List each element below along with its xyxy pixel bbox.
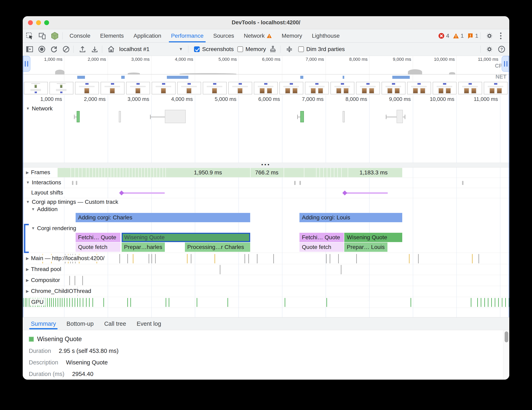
screenshot-thumbnail[interactable]	[254, 82, 278, 94]
tab-console[interactable]: Console	[65, 29, 95, 42]
history-select[interactable]: localhost #1 ▼	[119, 46, 186, 53]
track-label-layout-shifts[interactable]: Layout shifts	[30, 189, 65, 196]
tab-summary[interactable]: Summary	[31, 318, 56, 330]
section-resize-divider[interactable]: •••	[23, 163, 509, 167]
tab-application[interactable]: Application	[129, 29, 166, 42]
interaction-tick[interactable]	[294, 181, 296, 185]
scrollbar-track[interactable]	[503, 330, 509, 380]
track-label-gpu[interactable]: GPU	[30, 298, 45, 306]
reload-record-button[interactable]	[49, 44, 59, 55]
timing-bar[interactable]: Fetchi… Quote	[76, 233, 120, 242]
track-label-threadpool[interactable]: ▶Thread pool	[24, 265, 63, 273]
home-icon[interactable]	[106, 44, 116, 55]
screenshot-thumbnail[interactable]	[305, 82, 329, 94]
settings-gear-icon[interactable]	[484, 31, 495, 41]
console-warnings-badge[interactable]: 1	[453, 33, 464, 39]
timing-bar[interactable]: Processing…r Charles	[185, 243, 250, 252]
scrollbar-thumb[interactable]	[505, 331, 508, 342]
device-toolbar-icon[interactable]	[37, 31, 48, 41]
memory-checkbox[interactable]: Memory	[238, 46, 266, 53]
screenshots-checkbox[interactable]: Screenshots	[194, 46, 234, 53]
tab-lighthouse[interactable]: Lighthouse	[307, 29, 344, 42]
layout-shift-diamond[interactable]	[342, 191, 347, 195]
track-label-childio[interactable]: ▶Chrome_ChildIOThread	[24, 287, 93, 295]
tab-memory[interactable]: Memory	[277, 29, 307, 42]
screenshot-thumbnail[interactable]	[458, 82, 482, 94]
screenshot-thumbnail[interactable]	[381, 82, 406, 94]
screenshot-thumbnail[interactable]	[484, 82, 508, 94]
screenshot-thumbnail[interactable]	[433, 82, 456, 94]
selection-left-edge[interactable]	[23, 56, 24, 317]
dim-3rd-parties-checkbox[interactable]: Dim 3rd parties	[298, 46, 345, 53]
selection-right-edge[interactable]	[508, 56, 509, 317]
extension-hexagon-icon[interactable]	[49, 31, 60, 41]
timing-bar[interactable]: Quote fetch	[299, 243, 344, 252]
request-bar[interactable]	[77, 111, 80, 122]
record-button[interactable]	[37, 44, 47, 55]
timing-bar[interactable]: Wisening Quote	[122, 233, 250, 242]
track-label-corgi-app-timings[interactable]: ▼Corgi app timings — Custom track	[24, 198, 120, 206]
tab-network[interactable]: Network	[239, 29, 277, 42]
download-profile-icon[interactable]	[89, 44, 100, 55]
layout-shift-line[interactable]	[122, 192, 165, 194]
timing-bar[interactable]: Prepar… Louis	[344, 243, 388, 252]
request-bar[interactable]	[300, 111, 304, 122]
timeline-overview[interactable]: 1,000 ms2,000 ms3,000 ms4,000 ms5,000 ms…	[23, 56, 509, 81]
layout-shift-diamond[interactable]	[119, 191, 124, 195]
interaction-tick[interactable]	[462, 181, 464, 185]
screenshot-thumbnail[interactable]	[75, 82, 99, 94]
interaction-tick[interactable]	[299, 181, 301, 185]
screenshot-thumbnail[interactable]	[101, 82, 124, 94]
track-label-corgi-rendering[interactable]: ▼Corgi rendering	[30, 225, 78, 232]
tab-sources[interactable]: Sources	[209, 29, 239, 42]
request-bar[interactable]	[343, 111, 345, 122]
screenshot-thumbnail[interactable]	[279, 82, 303, 94]
garbage-collect-icon[interactable]	[268, 44, 278, 55]
tab-bottom-up[interactable]: Bottom-up	[66, 318, 94, 330]
request-bar[interactable]	[165, 110, 186, 123]
screenshot-thumbnail[interactable]	[356, 82, 380, 94]
track-label-main[interactable]: ▶Main — http://localhost:4200/	[24, 255, 106, 262]
screenshot-thumbnail[interactable]	[177, 82, 201, 94]
screenshot-thumbnail[interactable]	[24, 82, 48, 94]
timing-bar[interactable]: Fetchi… Quote	[299, 233, 344, 242]
interaction-tick[interactable]	[76, 181, 77, 185]
timing-bar[interactable]: Prepar…harles	[122, 243, 165, 252]
interaction-tick[interactable]	[72, 181, 73, 185]
kebab-menu-icon[interactable]	[495, 31, 506, 41]
screenshot-thumbnail[interactable]	[152, 82, 176, 94]
track-label-network[interactable]: ▼ Network	[24, 105, 54, 112]
issues-badge[interactable]: 1	[467, 33, 478, 39]
screenshot-thumbnail[interactable]	[331, 82, 354, 94]
timing-bar[interactable]: Quote fetch	[76, 243, 120, 252]
screenshot-thumbnail[interactable]	[407, 82, 431, 94]
timing-bar[interactable]: Wisening Quote	[344, 233, 402, 242]
request-bar[interactable]	[397, 110, 403, 123]
track-label-frames[interactable]: ▶Frames	[24, 169, 52, 176]
screenshot-thumbnail[interactable]	[49, 82, 73, 94]
layout-shift-line[interactable]	[345, 192, 388, 194]
overview-right-handle[interactable]	[502, 56, 509, 72]
track-label-interactions[interactable]: ▼Interactions	[24, 179, 63, 186]
track-label-addition[interactable]: ▼Addition	[30, 206, 59, 213]
help-icon[interactable]: ?	[496, 44, 507, 55]
upload-profile-icon[interactable]	[77, 44, 88, 55]
timing-bar[interactable]: Adding corgi: Louis	[299, 213, 402, 222]
capture-settings-gear-icon[interactable]	[484, 44, 495, 55]
overview-left-handle[interactable]	[23, 56, 30, 72]
console-errors-badge[interactable]: 4	[438, 33, 449, 39]
frames-band[interactable]	[57, 168, 402, 177]
tab-call-tree[interactable]: Call tree	[104, 318, 126, 330]
tab-performance[interactable]: Performance	[166, 29, 208, 42]
request-bar[interactable]	[119, 111, 121, 122]
collapse-tracks-icon[interactable]	[284, 44, 294, 55]
screenshot-thumbnail[interactable]	[228, 82, 252, 94]
track-label-compositor[interactable]: ▶Compositor	[24, 276, 62, 284]
clear-button[interactable]	[61, 44, 71, 55]
tab-elements[interactable]: Elements	[95, 29, 129, 42]
timing-bar[interactable]: Adding corgi: Charles	[76, 213, 250, 222]
tab-event-log[interactable]: Event log	[137, 318, 161, 330]
screenshot-thumbnail[interactable]	[126, 82, 150, 94]
screenshot-thumbnail[interactable]	[203, 82, 227, 94]
toggle-sidebar-icon[interactable]	[24, 44, 35, 55]
